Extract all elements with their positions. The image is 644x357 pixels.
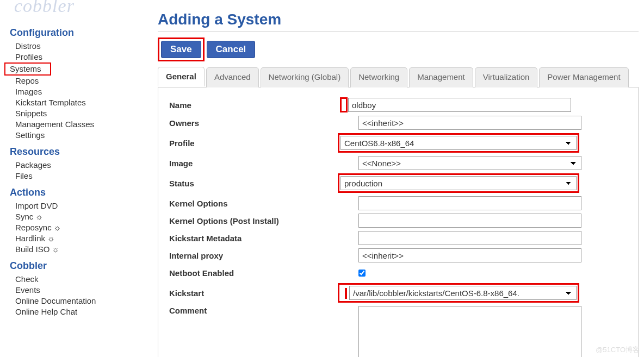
sidebar-item-files[interactable]: Files (10, 171, 146, 181)
button-row: Save Cancel (158, 37, 639, 61)
select-profile[interactable]: CentOS6.8-x86_64 (340, 136, 577, 150)
tab-networking-global[interactable]: Networking (Global) (261, 67, 349, 87)
highlight-kickstart: /var/lib/cobbler/kickstarts/CentOS-6.8-x… (338, 283, 579, 303)
form-panel: Name Owners Profile CentOS6.8-x86_64 Ima… (158, 87, 639, 357)
sidebar-item-check[interactable]: Check (10, 274, 146, 285)
sidebar-item-sync[interactable]: Sync ☼ (10, 211, 146, 222)
sidebar-item-systems[interactable]: Systems (10, 64, 41, 74)
sidebar-head-actions: Actions (10, 187, 146, 198)
row-kickstart: Kickstart /var/lib/cobbler/kickstarts/Ce… (168, 283, 628, 303)
sidebar-head-resources: Resources (10, 146, 146, 158)
label-status: Status (168, 179, 358, 188)
label-profile: Profile (168, 139, 358, 148)
input-kickstart-metadata[interactable] (358, 231, 581, 245)
select-kickstart[interactable]: /var/lib/cobbler/kickstarts/CentOS-6.8-x… (349, 286, 577, 300)
sidebar-item-build-iso[interactable]: Build ISO ☼ (10, 244, 146, 255)
sidebar-item-distros[interactable]: Distros (10, 41, 146, 52)
save-button[interactable]: Save (161, 41, 201, 58)
label-owners: Owners (168, 118, 358, 128)
highlight-status: production (338, 173, 579, 193)
tab-power-management[interactable]: Power Management (539, 67, 628, 87)
highlight-save: Save (158, 37, 205, 61)
sidebar-item-hardlink[interactable]: Hardlink ☼ (10, 233, 146, 244)
cobbler-logo: cobbler (14, 0, 75, 16)
page-title: Adding a System (158, 11, 639, 28)
input-owners[interactable] (358, 116, 581, 130)
sidebar-item-online-documentation[interactable]: Online Documentation (10, 296, 146, 306)
sidebar: Configuration Distros Profiles Systems R… (10, 22, 146, 317)
label-kickstart: Kickstart (168, 289, 358, 298)
sidebar-item-reposync[interactable]: Reposync ☼ (10, 222, 146, 233)
tab-virtualization[interactable]: Virtualization (475, 67, 538, 87)
row-status: Status production (168, 173, 628, 193)
row-kernel-options-post: Kernel Options (Post Install) (168, 214, 628, 228)
input-internal-proxy[interactable] (358, 248, 581, 262)
input-name[interactable] (348, 98, 571, 112)
sidebar-head-configuration: Configuration (10, 27, 146, 39)
row-image: Image <<None>> (168, 156, 628, 170)
highlight-profile: CentOS6.8-x86_64 (338, 133, 579, 153)
highlight-systems: Systems (4, 62, 51, 76)
tab-management[interactable]: Management (409, 67, 473, 87)
sidebar-item-profiles[interactable]: Profiles (10, 52, 146, 62)
input-kernel-options[interactable] (358, 196, 581, 210)
label-image: Image (168, 159, 358, 168)
label-kickstart-metadata: Kickstart Metadata (168, 234, 358, 243)
sidebar-item-online-help-chat[interactable]: Online Help Chat (10, 306, 146, 317)
sidebar-item-repos[interactable]: Repos (10, 76, 146, 86)
input-kernel-options-post[interactable] (358, 214, 581, 228)
main-content: Adding a System Save Cancel General Adva… (158, 11, 644, 357)
sidebar-item-management-classes[interactable]: Management Classes (10, 119, 146, 130)
row-profile: Profile CentOS6.8-x86_64 (168, 133, 628, 153)
sidebar-item-kickstart-templates[interactable]: Kickstart Templates (10, 97, 146, 108)
watermark: @51CTO博客 (596, 345, 640, 355)
row-internal-proxy: Internal proxy (168, 248, 628, 262)
cancel-button[interactable]: Cancel (207, 41, 256, 58)
label-internal-proxy: Internal proxy (168, 251, 358, 260)
sidebar-head-cobbler: Cobbler (10, 260, 146, 272)
sidebar-item-import-dvd[interactable]: Import DVD (10, 201, 146, 211)
label-kernel-options: Kernel Options (168, 199, 358, 208)
label-comment: Comment (168, 306, 358, 315)
row-comment: Comment (168, 306, 628, 357)
highlight-name (340, 97, 348, 112)
row-owners: Owners (168, 116, 628, 130)
title-divider (158, 32, 639, 32)
sidebar-item-snippets[interactable]: Snippets (10, 108, 146, 119)
select-image[interactable]: <<None>> (358, 156, 581, 170)
tab-general[interactable]: General (158, 67, 205, 87)
label-name: Name (168, 101, 358, 110)
sidebar-item-images[interactable]: Images (10, 86, 146, 97)
textarea-comment[interactable] (358, 306, 581, 357)
tab-networking[interactable]: Networking (350, 67, 407, 87)
sidebar-item-packages[interactable]: Packages (10, 160, 146, 171)
sidebar-item-events[interactable]: Events (10, 285, 146, 296)
row-netboot-enabled: Netboot Enabled (168, 266, 628, 280)
sidebar-item-settings[interactable]: Settings (10, 130, 146, 141)
checkbox-netboot-enabled[interactable] (358, 270, 366, 277)
row-kernel-options: Kernel Options (168, 196, 628, 210)
row-name: Name (168, 97, 628, 112)
kickstart-marker-icon (345, 288, 347, 299)
row-kickstart-metadata: Kickstart Metadata (168, 231, 628, 245)
tab-bar: General Advanced Networking (Global) Net… (158, 67, 639, 87)
label-netboot-enabled: Netboot Enabled (168, 268, 358, 278)
label-kernel-options-post: Kernel Options (Post Install) (168, 216, 358, 226)
select-status[interactable]: production (340, 176, 577, 190)
tab-advanced[interactable]: Advanced (206, 67, 259, 87)
